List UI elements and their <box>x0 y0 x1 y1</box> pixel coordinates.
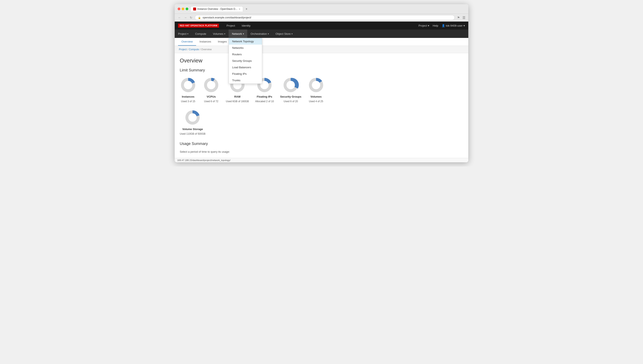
main-nav-volumes-label: Volumes <box>213 32 223 36</box>
help-link[interactable]: Help <box>433 24 438 27</box>
svg-point-13 <box>188 113 197 122</box>
breadcrumb-project[interactable]: Project <box>179 48 187 51</box>
project-selector[interactable]: Project ▾ <box>418 24 429 27</box>
main-nav-orchestration[interactable]: Orchestration ▾ <box>247 30 272 38</box>
tab-bar: Instance Overview - OpenStack D... ✕ + <box>190 6 465 12</box>
usage-subtitle: Select a period of time to query its usa… <box>180 150 463 153</box>
main-nav-network-chevron: ▾ <box>243 33 244 35</box>
main-nav-compute-label: Compute <box>195 32 206 36</box>
user-chevron-icon: ▾ <box>464 24 465 27</box>
reload-button[interactable]: ↻ <box>189 16 193 20</box>
main-nav: Project ▾ Compute Volumes ▾ Network ▾ Ne… <box>175 30 468 38</box>
volumes-sublabel: Used 4 of 25 <box>309 100 323 103</box>
main-nav-volumes-chevron: ▾ <box>224 33 225 35</box>
main-nav-project-label: Project <box>178 32 186 36</box>
network-dropdown-menu: Network Topology Networks Routers Securi… <box>229 38 262 84</box>
floating-ips-label: Floating IPs <box>257 95 272 98</box>
security-groups-pie-chart <box>282 77 299 94</box>
sub-nav-images[interactable]: Images <box>215 38 230 46</box>
chart-volumes: Volumes Used 4 of 25 <box>308 77 324 103</box>
usage-summary-title: Usage Summary <box>180 142 463 146</box>
page-title: Overview <box>180 58 463 64</box>
browser-menu-button[interactable]: ☰ <box>463 16 465 20</box>
help-label: Help <box>433 24 438 27</box>
vcpus-sublabel: Used 6 of 72 <box>204 100 218 103</box>
back-button[interactable]: ← <box>178 16 181 20</box>
main-nav-object-store-chevron: ▾ <box>292 33 293 35</box>
sub-nav: Overview Instances Images Key Pairs <box>175 38 468 46</box>
page-content: Overview Limit Summary Instances Used 3 … <box>175 53 468 158</box>
main-nav-network[interactable]: Network ▾ Network Topology Networks Rout… <box>229 30 247 38</box>
tab-favicon <box>193 8 196 10</box>
volume-storage-sublabel: Used 110GB of 500GB <box>180 132 205 135</box>
project-chevron-icon: ▾ <box>428 24 429 27</box>
user-name: tok-9408-user <box>446 24 463 27</box>
url-text: openstack.example.com/dashboard/project/ <box>202 16 251 19</box>
main-nav-object-store[interactable]: Object Store ▾ <box>272 30 296 38</box>
breadcrumb-compute[interactable]: Compute <box>189 48 199 51</box>
svg-point-1 <box>184 81 192 89</box>
status-url: 169.47.188.15/dashboard/project/network_… <box>177 159 231 162</box>
dropdown-item-network-topology[interactable]: Network Topology <box>229 38 262 44</box>
close-button[interactable] <box>178 8 180 10</box>
main-nav-orchestration-label: Orchestration <box>251 32 267 36</box>
top-nav-project[interactable]: Project <box>223 22 238 30</box>
sub-nav-overview[interactable]: Overview <box>178 38 196 46</box>
chart-vcpus: VCPUs Used 6 of 72 <box>203 77 220 103</box>
top-nav: Project Identity <box>223 22 254 30</box>
volume-storage-label: Volume Storage <box>182 128 203 131</box>
dropdown-item-networks[interactable]: Networks <box>229 44 262 51</box>
limit-summary-title: Limit Summary <box>180 68 463 72</box>
main-nav-volumes[interactable]: Volumes ▾ <box>209 30 229 38</box>
tab-close-button[interactable]: ✕ <box>239 8 240 10</box>
volume-storage-pie-chart <box>184 109 201 126</box>
top-nav-identity[interactable]: Identity <box>239 22 254 30</box>
brand-logo: RED HAT OPENSTACK PLATFORM <box>178 24 219 28</box>
chart-instances: Instances Used 3 of 15 <box>180 77 196 103</box>
sub-nav-instances[interactable]: Instances <box>196 38 215 46</box>
top-right-nav: Project ▾ Help 👤 tok-9408-user ▾ <box>418 24 465 27</box>
browser-tab[interactable]: Instance Overview - OpenStack D... ✕ <box>190 6 243 12</box>
ram-sublabel: Used 6GB of 160GB <box>226 100 249 103</box>
new-tab-button[interactable]: + <box>244 7 249 11</box>
main-nav-object-store-label: Object Store <box>276 32 291 36</box>
dropdown-item-load-balancers[interactable]: Load Balancers <box>229 64 262 70</box>
forward-button[interactable]: → <box>183 16 187 20</box>
main-nav-compute[interactable]: Compute <box>192 30 209 38</box>
user-icon: 👤 <box>442 24 445 27</box>
instances-sublabel: Used 3 of 15 <box>181 100 195 103</box>
browser-titlebar: Instance Overview - OpenStack D... ✕ + <box>175 4 468 14</box>
main-nav-project[interactable]: Project ▾ <box>175 30 192 38</box>
chart-volume-storage: Volume Storage Used 110GB of 500GB <box>180 109 205 135</box>
svg-point-3 <box>207 81 216 89</box>
breadcrumb: Project / Compute / Overview <box>175 46 468 53</box>
floating-ips-sublabel: Allocated 2 of 10 <box>255 100 274 103</box>
volume-storage-row: Volume Storage Used 110GB of 500GB <box>180 109 463 135</box>
volumes-pie-chart <box>308 77 324 94</box>
chart-security-groups: Security Groups Used 6 of 20 <box>280 77 301 103</box>
lock-icon: 🔒 <box>198 16 201 19</box>
ram-label: RAM <box>234 95 241 98</box>
bookmark-button[interactable]: ⚑ <box>457 16 460 20</box>
dropdown-item-security-groups[interactable]: Security Groups <box>229 58 262 64</box>
dropdown-item-trunks[interactable]: Trunks <box>229 77 262 84</box>
minimize-button[interactable] <box>182 8 184 10</box>
vcpus-pie-chart <box>203 77 220 94</box>
security-groups-sublabel: Used 6 of 20 <box>284 100 298 103</box>
status-bar: 169.47.188.15/dashboard/project/network_… <box>175 158 468 162</box>
address-box[interactable]: 🔒 openstack.example.com/dashboard/projec… <box>195 15 455 20</box>
user-menu[interactable]: 👤 tok-9408-user ▾ <box>442 24 465 27</box>
main-nav-project-chevron: ▾ <box>187 33 188 35</box>
tab-title: Instance Overview - OpenStack D... <box>197 8 238 10</box>
traffic-lights <box>178 8 188 10</box>
charts-row: Instances Used 3 of 15 VCPUs Used 6 of 7… <box>180 77 463 103</box>
main-nav-orchestration-chevron: ▾ <box>268 33 269 35</box>
volumes-label: Volumes <box>310 95 321 98</box>
svg-point-9 <box>287 81 295 89</box>
project-label: Project <box>418 24 427 27</box>
maximize-button[interactable] <box>186 8 188 10</box>
dropdown-item-floating-ips[interactable]: Floating IPs <box>229 70 262 77</box>
instances-pie-chart <box>180 77 196 94</box>
app-header-top: RED HAT OPENSTACK PLATFORM Project Ident… <box>175 22 468 30</box>
dropdown-item-routers[interactable]: Routers <box>229 51 262 58</box>
